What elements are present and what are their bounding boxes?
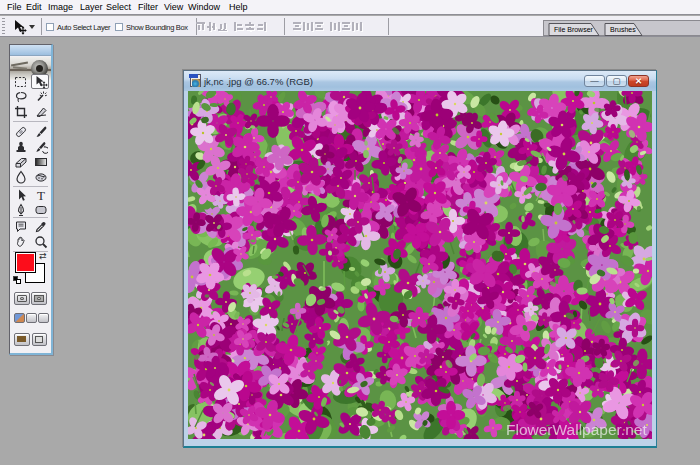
svg-text:T: T (37, 188, 45, 202)
svg-text:File Browser: File Browser (554, 26, 594, 33)
svg-text:FlowerWallpaper.net: FlowerWallpaper.net (506, 421, 647, 438)
svg-text:Brushes: Brushes (610, 26, 636, 33)
